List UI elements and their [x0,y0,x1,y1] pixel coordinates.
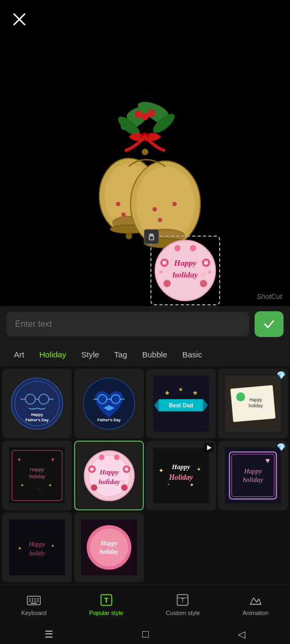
text-input-area [0,306,290,342]
svg-point-16 [172,202,177,206]
svg-text:Best Dad: Best Dad [169,402,193,408]
svg-text:Happy: Happy [30,467,45,472]
svg-text:Happy: Happy [28,541,46,548]
svg-text:✦: ✦ [190,482,194,488]
svg-point-36 [162,261,166,265]
svg-text:holiday: holiday [249,403,263,408]
bottom-toolbar: Keyboard T Popular style T Custom style … [0,584,290,621]
svg-text:✦: ✦ [20,482,24,488]
svg-text:Happy: Happy [171,463,190,471]
svg-rect-130 [32,601,33,602]
sticker-cell[interactable]: Best Dad ★ ★ ★ [146,369,216,438]
tab-tag[interactable]: Tag [107,347,135,362]
svg-text:★: ★ [178,386,183,392]
svg-point-95 [91,484,97,491]
custom-style-label: Custom style [166,610,200,616]
sticker-grid: Happy Father's Day Father's Day Best [0,367,290,584]
nav-home-button[interactable]: □ [142,628,149,640]
svg-point-41 [163,280,171,287]
svg-text:holiday: holiday [98,477,120,485]
svg-point-96 [121,484,127,491]
close-button[interactable] [10,10,29,29]
premium-badge: 💎 [277,443,286,451]
svg-text:T: T [181,597,185,604]
toolbar-keyboard[interactable]: Keyboard [15,590,53,618]
tab-bubble[interactable]: Bubble [135,347,175,362]
toolbar-popular-style[interactable]: T Popular style [83,590,130,618]
svg-point-38 [204,261,208,265]
svg-text:★: ★ [192,389,198,397]
svg-rect-128 [37,598,39,599]
tab-art[interactable]: Art [6,347,32,362]
svg-text:Father's Day: Father's Day [97,418,120,422]
sticker-cell[interactable]: Happy Father's Day [2,369,72,438]
svg-text:Happy: Happy [243,467,262,475]
popular-style-label: Popular style [89,610,124,616]
svg-text:♡: ♡ [200,272,206,279]
sticker-cell[interactable]: Father's Day [74,369,144,438]
svg-point-15 [153,207,157,211]
sticker-overlay[interactable]: Happy holiday ♡ [150,236,220,305]
sticker-cell[interactable]: 💎 Happy holiday [218,369,288,438]
svg-text:holiday: holiday [100,548,119,555]
svg-text:Happy: Happy [100,540,118,547]
confirm-button[interactable] [255,311,284,337]
svg-text:♥: ♥ [51,457,54,463]
svg-point-92 [125,467,128,471]
svg-rect-125 [29,598,31,599]
svg-text:♥: ♥ [18,457,21,463]
sticker-cell[interactable]: Happy holidy ✦ ✦ [2,513,72,582]
svg-point-18 [142,149,148,155]
svg-text:♡: ♡ [120,479,125,485]
toolbar-animation[interactable]: Animation [236,590,275,618]
sticker-cell-selected[interactable]: Happy holiday ♡ [74,441,144,510]
svg-text:✦: ✦ [48,482,52,488]
svg-text:✦: ✦ [197,466,201,472]
keyboard-label: Keyboard [21,610,47,616]
svg-rect-129 [29,601,31,602]
svg-point-46 [160,270,163,274]
video-badge [204,443,214,452]
nav-menu-button[interactable]: ☰ [45,628,53,640]
svg-text:holiday: holiday [172,270,198,279]
svg-point-121 [90,529,128,567]
preview-area: Happy holiday ♡ ShotCut [0,0,290,306]
svg-point-75 [236,392,245,401]
sticker-cell[interactable]: Happy holiday [74,513,144,582]
svg-text:Happy: Happy [31,412,43,417]
svg-point-26 [148,109,155,117]
toolbar-custom-style[interactable]: T Custom style [160,590,207,618]
tab-holiday[interactable]: Holiday [32,347,74,362]
animation-label: Animation [242,610,269,616]
bells-illustration: Happy holiday ♡ [75,67,215,250]
svg-text:holiday: holiday [243,476,263,484]
svg-point-90 [90,467,93,471]
sticker-cell[interactable]: 💎 ♥ Happy holiday [218,441,288,510]
svg-point-40 [190,245,197,252]
sticker-delete-button[interactable] [144,229,159,244]
nav-bar: ☰ □ ◁ [0,621,290,644]
svg-text:Happy: Happy [249,397,263,402]
tab-style[interactable]: Style [74,347,106,362]
svg-point-42 [200,280,207,287]
svg-text:Happy: Happy [173,258,197,267]
svg-text:T: T [104,596,108,604]
svg-rect-131 [34,601,36,602]
tab-basic[interactable]: Basic [175,347,209,362]
svg-point-9 [121,213,126,217]
svg-point-6 [126,233,132,239]
svg-text:✦: ✦ [51,543,55,548]
svg-text:Holiday: Holiday [169,473,193,481]
svg-text:holidy: holidy [30,550,46,557]
nav-back-button[interactable]: ◁ [238,628,245,640]
svg-text:⋆: ⋆ [167,481,170,487]
svg-rect-133 [31,603,37,604]
svg-point-25 [141,113,149,120]
text-input[interactable] [6,312,249,336]
svg-text:Father's Day: Father's Day [25,418,48,422]
svg-point-39 [175,245,181,252]
sticker-cell[interactable]: ♥ ♥ Happy holiday ✦ ✦ ♡ [2,441,72,510]
premium-badge: 💎 [277,371,286,379]
sticker-cell[interactable]: Happy Holiday ✦ ✦ ⋆ ✦ [146,441,216,510]
svg-point-47 [208,270,212,274]
